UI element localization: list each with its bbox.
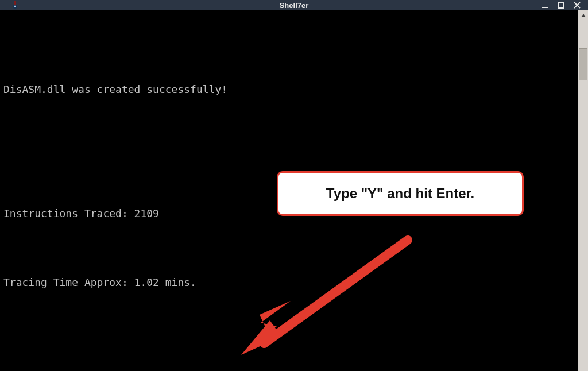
scroll-up-button[interactable] <box>578 10 588 21</box>
minimize-button[interactable] <box>540 0 550 10</box>
svg-rect-3 <box>558 2 564 8</box>
scrollbar-thumb[interactable] <box>579 48 587 80</box>
instruction-callout: Type "Y" and hit Enter. <box>277 171 524 216</box>
window-title: Shell7er <box>280 1 309 10</box>
app-icon <box>10 1 20 10</box>
svg-rect-2 <box>542 7 548 8</box>
content-area: DisASM.dll was created successfully! Ins… <box>0 10 588 371</box>
titlebar[interactable]: Shell7er <box>0 0 588 10</box>
svg-point-1 <box>14 5 16 7</box>
vertical-scrollbar[interactable] <box>578 10 588 371</box>
callout-text: Type "Y" and hit Enter. <box>326 186 474 201</box>
scrollbar-track[interactable] <box>578 21 588 371</box>
close-button[interactable] <box>572 0 582 10</box>
maximize-button[interactable] <box>556 0 566 10</box>
window-controls <box>540 0 585 10</box>
svg-marker-6 <box>581 14 586 17</box>
terminal-line: Tracing Time Approx: 1.02 mins. <box>3 276 196 288</box>
terminal-line: DisASM.dll was created successfully! <box>3 83 227 95</box>
svg-rect-0 <box>14 1 16 5</box>
app-window: Shell7er DisASM.dll was created successf… <box>0 0 588 371</box>
terminal-line: Instructions Traced: 2109 <box>3 207 159 219</box>
